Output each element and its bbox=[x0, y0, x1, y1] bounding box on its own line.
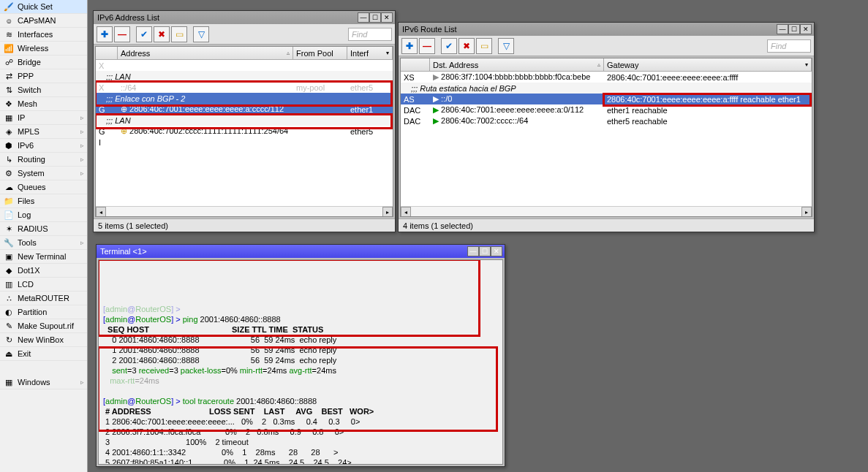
submenu-arrow-icon: ▹ bbox=[80, 128, 84, 135]
scroll-left-button[interactable]: ◂ bbox=[96, 207, 106, 216]
menu-item-ipv6[interactable]: ⬢IPv6▹ bbox=[0, 139, 87, 153]
gateway-cell: ether1 reachable bbox=[604, 106, 812, 115]
enable-button[interactable]: ✔ bbox=[441, 38, 457, 54]
menu-item-files[interactable]: 📁Files bbox=[0, 194, 87, 208]
find-input[interactable]: Find bbox=[348, 28, 392, 41]
comment-text: ;;; LAN bbox=[96, 116, 134, 125]
menu-item-ppp[interactable]: ⇄PPP bbox=[0, 69, 87, 83]
maximize-button[interactable]: ☐ bbox=[479, 246, 491, 256]
close-button[interactable]: ✕ bbox=[491, 246, 502, 256]
menu-item-capsman[interactable]: ⌾CAPsMAN bbox=[0, 14, 87, 28]
find-input[interactable]: Find bbox=[767, 39, 811, 53]
menu-item-ip[interactable]: ▦IP▹ bbox=[0, 111, 87, 125]
disable-button[interactable]: ✖ bbox=[154, 26, 170, 42]
menu-item-queues[interactable]: ☁Queues bbox=[0, 180, 87, 194]
menu-icon: ≋ bbox=[3, 28, 15, 40]
route-row[interactable]: XS▶ 2806:3f7:1004:bbbb:bbbb:bbbb:f0ca:be… bbox=[401, 72, 812, 83]
menu-item-dot1x[interactable]: ◆Dot1X bbox=[0, 264, 87, 278]
comment-row[interactable]: ;;; Ruta estatica hacia el BGP bbox=[401, 83, 812, 94]
menu-item-windows[interactable]: ▦Windows▹ bbox=[0, 376, 87, 389]
pool-cell: my-pool bbox=[293, 83, 347, 92]
minimize-button[interactable]: — bbox=[358, 12, 369, 23]
remove-button[interactable]: — bbox=[419, 38, 435, 54]
menu-icon: ◈ bbox=[3, 126, 15, 137]
enable-button[interactable]: ✔ bbox=[136, 26, 152, 42]
scroll-right-button[interactable]: ▸ bbox=[801, 207, 812, 216]
terminal-output[interactable]: [admin@RouterOS] > [admin@RouterOS] > pi… bbox=[98, 259, 503, 465]
interface-cell: ether5 bbox=[347, 83, 393, 92]
comment-button[interactable]: ▭ bbox=[476, 38, 492, 54]
filter-button[interactable]: ▽ bbox=[498, 38, 514, 54]
list-body[interactable]: XS▶ 2806:3f7:1004:bbbb:bbbb:bbbb:f0ca:be… bbox=[401, 72, 812, 216]
close-button[interactable]: ✕ bbox=[800, 24, 812, 34]
scrollbar[interactable]: ◂ ▸ bbox=[96, 206, 393, 216]
route-icon: ▶ bbox=[433, 116, 441, 125]
menu-item-interfaces[interactable]: ≋Interfaces bbox=[0, 28, 87, 42]
minimize-button[interactable]: — bbox=[777, 24, 788, 34]
comment-row[interactable]: ;;; LAN bbox=[96, 71, 393, 82]
menu-item-mpls[interactable]: ◈MPLS▹ bbox=[0, 125, 87, 139]
col-address[interactable]: Address▵ bbox=[118, 47, 293, 59]
minimize-button[interactable]: — bbox=[467, 246, 479, 256]
menu-item-quick-set[interactable]: 🖌️Quick Set bbox=[0, 0, 87, 14]
comment-button[interactable]: ▭ bbox=[171, 26, 187, 42]
address-row[interactable]: X::/64my-poolether5 bbox=[96, 82, 393, 93]
col-from-pool[interactable]: From Pool bbox=[293, 47, 347, 59]
col-dst-address[interactable]: Dst. Address▵ bbox=[430, 58, 604, 71]
terminal-line: [admin@RouterOS] > tool traceroute 2001:… bbox=[103, 396, 498, 406]
route-row[interactable]: DAC▶ 2806:40c:7001:eeee:eeee:eeee:a:0/11… bbox=[401, 104, 812, 115]
menu-item-radius[interactable]: ✶RADIUS bbox=[0, 222, 87, 236]
menu-item-new-winbox[interactable]: ↻New WinBox bbox=[0, 333, 87, 347]
remove-button[interactable]: — bbox=[114, 26, 130, 42]
menu-item-system[interactable]: ⚙System▹ bbox=[0, 167, 87, 180]
disable-button[interactable]: ✖ bbox=[458, 38, 475, 54]
comment-row[interactable]: ;;; Enlace con BGP - 2 bbox=[96, 93, 393, 104]
maximize-button[interactable]: ☐ bbox=[788, 24, 800, 34]
menu-item-mesh[interactable]: ❖Mesh bbox=[0, 97, 87, 111]
submenu-arrow-icon: ▹ bbox=[80, 142, 84, 149]
menu-icon: ⚙ bbox=[3, 167, 15, 179]
scroll-left-button[interactable]: ◂ bbox=[401, 207, 411, 216]
menu-item-new-terminal[interactable]: ▣New Terminal bbox=[0, 250, 87, 264]
route-row[interactable]: DAC▶ 2806:40c:7002:cccc::/64ether5 reach… bbox=[401, 115, 812, 126]
add-button[interactable]: ✚ bbox=[97, 26, 113, 42]
list-body[interactable]: X;;; LANX::/64my-poolether5;;; Enlace co… bbox=[96, 60, 393, 216]
menu-item-metarouter[interactable]: ⛬MetaROUTER bbox=[0, 292, 87, 305]
menu-item-log[interactable]: 📄Log bbox=[0, 208, 87, 222]
menu-item-exit[interactable]: ⏏Exit bbox=[0, 347, 87, 361]
menu-label: IPv6 bbox=[18, 141, 34, 150]
menu-label: Queues bbox=[18, 183, 46, 191]
window-titlebar[interactable]: IPv6 Address List — ☐ ✕ bbox=[94, 11, 395, 24]
menu-item-bridge[interactable]: ☍Bridge bbox=[0, 56, 87, 69]
flag-cell: X bbox=[96, 61, 118, 70]
add-button[interactable]: ✚ bbox=[401, 38, 418, 54]
window-titlebar[interactable]: IPv6 Route List — ☐ ✕ bbox=[399, 23, 814, 36]
col-interface[interactable]: Interf▾ bbox=[347, 47, 393, 59]
address-row[interactable]: G⊕ 2806:40c:7002:cccc:1111:1111:1111:254… bbox=[96, 126, 393, 137]
menu-item-partition[interactable]: ◐Partition bbox=[0, 305, 87, 319]
address-row[interactable]: G⊕ 2806:40c:7001:eeee:eeee:eeee:a:cccc/1… bbox=[96, 104, 393, 115]
menu-item-routing[interactable]: ↳Routing▹ bbox=[0, 153, 87, 167]
comment-row[interactable]: ;;; LAN bbox=[96, 115, 393, 126]
menu-item-make-supout-rif[interactable]: ✎Make Supout.rif bbox=[0, 319, 87, 333]
address-row[interactable]: X bbox=[96, 60, 393, 71]
toolbar: ✚ — ✔ ✖ ▭ ▽ Find bbox=[94, 24, 395, 45]
route-row[interactable]: AS▶ ::/02806:40c:7001:eeee:eeee:eeee:a:f… bbox=[401, 94, 812, 104]
menu-item-tools[interactable]: 🔧Tools▹ bbox=[0, 236, 87, 250]
address-row[interactable]: I bbox=[96, 137, 393, 148]
scrollbar[interactable]: ◂ ▸ bbox=[401, 206, 812, 216]
menu-label: Routing bbox=[18, 155, 45, 164]
maximize-button[interactable]: ☐ bbox=[369, 12, 381, 23]
col-flags[interactable] bbox=[96, 47, 118, 59]
menu-label: Tools bbox=[18, 238, 37, 247]
col-gateway[interactable]: Gateway▾ bbox=[604, 58, 812, 71]
window-titlebar[interactable]: Terminal <1> — ☐ ✕ bbox=[97, 245, 505, 258]
scroll-right-button[interactable]: ▸ bbox=[382, 207, 393, 216]
menu-item-lcd[interactable]: ▥LCD bbox=[0, 278, 87, 292]
filter-button[interactable]: ▽ bbox=[193, 26, 209, 42]
ipv6-route-window: IPv6 Route List — ☐ ✕ ✚ — ✔ ✖ ▭ ▽ Find D… bbox=[398, 22, 815, 232]
menu-item-wireless[interactable]: 📶Wireless bbox=[0, 42, 87, 56]
close-button[interactable]: ✕ bbox=[381, 12, 393, 23]
menu-item-switch[interactable]: ⇅Switch bbox=[0, 83, 87, 97]
col-flags[interactable] bbox=[401, 58, 430, 71]
